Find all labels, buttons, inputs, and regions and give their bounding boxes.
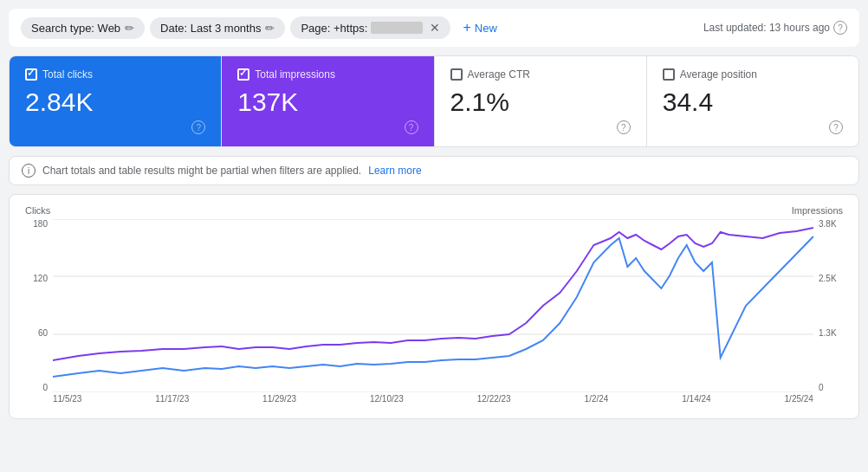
ctr-label: Average CTR: [468, 68, 530, 81]
x-label-3: 12/10/23: [370, 394, 404, 410]
position-label: Average position: [680, 68, 757, 81]
ctr-help-icon[interactable]: ?: [617, 120, 631, 134]
metric-average-ctr[interactable]: Average CTR 2.1% ?: [435, 56, 647, 146]
page-filter[interactable]: Page: +https: ✕: [290, 16, 450, 39]
clicks-help-icon[interactable]: ?: [191, 120, 205, 134]
page-filter-close[interactable]: ✕: [430, 21, 440, 35]
ctr-footer: ?: [450, 120, 631, 134]
right-axis-label: Impressions: [792, 205, 843, 216]
info-text: Chart totals and table results might be …: [42, 165, 361, 177]
plus-icon: +: [463, 20, 470, 36]
date-label: Date: Last 3 months: [160, 22, 261, 35]
ctr-checkbox[interactable]: [450, 68, 463, 81]
y-axis-left: 180 120 60 0: [22, 219, 51, 392]
impressions-label: Total impressions: [255, 68, 335, 81]
x-label-4: 12/22/23: [477, 394, 511, 410]
page-label: Page: +https:: [301, 22, 367, 35]
metric-header-clicks: Total clicks: [25, 68, 205, 81]
position-help-icon[interactable]: ?: [829, 120, 843, 134]
x-label-5: 1/2/24: [585, 394, 609, 410]
impressions-value: 137K: [237, 87, 418, 117]
chart-wrapper: 180 120 60 0 3.8K 2.5K 1.3K 0: [22, 219, 846, 410]
y-right-2.5k: 2.5K: [819, 274, 837, 283]
y-left-0: 0: [42, 383, 48, 392]
clicks-value: 2.84K: [25, 87, 205, 117]
x-label-2: 11/29/23: [262, 394, 296, 410]
x-label-1: 11/17/23: [155, 394, 189, 410]
x-label-0: 11/5/23: [53, 394, 81, 410]
metrics-row: Total clicks 2.84K ? Total impressions 1…: [9, 55, 859, 147]
page-value-blur: [371, 22, 423, 34]
impressions-line: [53, 228, 813, 360]
search-type-filter[interactable]: Search type: Web ✏: [21, 17, 145, 39]
metric-total-impressions[interactable]: Total impressions 137K ?: [222, 56, 434, 146]
add-new-label: New: [475, 22, 497, 35]
info-icon: i: [22, 164, 36, 178]
edit-icon: ✏: [125, 22, 134, 35]
position-value: 34.4: [663, 87, 843, 117]
y-right-1.3k: 1.3K: [819, 328, 837, 338]
last-updated-help-icon[interactable]: ?: [833, 21, 847, 35]
ctr-value: 2.1%: [450, 87, 631, 117]
last-updated: Last updated: 13 hours ago ?: [703, 21, 847, 35]
clicks-checkbox[interactable]: [25, 68, 37, 81]
filter-bar: Search type: Web ✏ Date: Last 3 months ✏…: [9, 9, 859, 47]
impressions-help-icon[interactable]: ?: [405, 120, 418, 134]
impressions-footer: ?: [237, 120, 418, 134]
metric-header-impressions: Total impressions: [237, 68, 418, 81]
metric-header-position: Average position: [663, 68, 843, 81]
y-left-60: 60: [38, 328, 48, 338]
y-axis-right: 3.8K 2.5K 1.3K 0: [815, 219, 846, 392]
y-right-3.8k: 3.8K: [819, 219, 837, 229]
main-container: Search type: Web ✏ Date: Last 3 months ✏…: [0, 0, 868, 428]
clicks-line: [53, 236, 813, 377]
last-updated-text: Last updated: 13 hours ago: [703, 22, 830, 34]
y-right-0: 0: [819, 383, 824, 392]
x-label-7: 1/25/24: [785, 394, 813, 410]
chart-svg: [53, 219, 813, 392]
info-banner: i Chart totals and table results might b…: [9, 156, 859, 185]
chart-svg-area: [53, 219, 813, 392]
edit-icon-date: ✏: [265, 22, 275, 35]
y-left-120: 120: [33, 274, 48, 283]
position-checkbox[interactable]: [663, 68, 675, 81]
position-footer: ?: [663, 120, 843, 134]
clicks-label: Total clicks: [42, 68, 93, 81]
x-label-6: 1/14/24: [682, 394, 710, 410]
date-filter[interactable]: Date: Last 3 months ✏: [150, 17, 285, 39]
chart-container: Clicks Impressions 180 120 60 0 3.8K 2.5…: [9, 194, 859, 419]
add-new-button[interactable]: + New: [456, 16, 503, 40]
impressions-checkbox[interactable]: [237, 68, 249, 81]
learn-more-link[interactable]: Learn more: [368, 165, 421, 177]
search-type-label: Search type: Web: [31, 22, 120, 35]
chart-labels-top: Clicks Impressions: [22, 205, 846, 216]
metric-total-clicks[interactable]: Total clicks 2.84K ?: [10, 56, 222, 146]
metric-average-position[interactable]: Average position 34.4 ?: [647, 56, 858, 146]
clicks-footer: ?: [25, 120, 205, 134]
metric-header-ctr: Average CTR: [450, 68, 631, 81]
x-axis-labels: 11/5/23 11/17/23 11/29/23 12/10/23 12/22…: [53, 394, 813, 410]
left-axis-label: Clicks: [25, 205, 50, 216]
y-left-180: 180: [33, 219, 48, 229]
